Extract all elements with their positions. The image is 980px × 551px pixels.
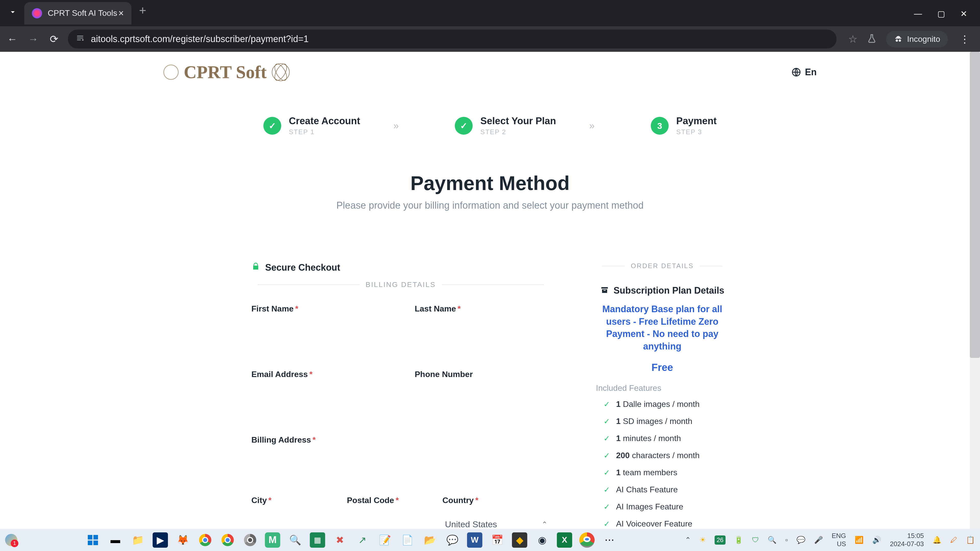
tray-icon[interactable]: 🔋 — [734, 536, 743, 544]
back-button[interactable]: ← — [5, 32, 19, 46]
calendar-icon[interactable]: 📅 — [490, 532, 505, 548]
email-input[interactable] — [251, 382, 387, 405]
taskbar-app-icon[interactable]: ▬ — [108, 532, 123, 548]
site-info-icon[interactable] — [76, 33, 85, 45]
country-select[interactable]: United States ⌃ — [442, 515, 550, 529]
chrome-canary-icon[interactable] — [242, 532, 258, 548]
feature-text: 1 team members — [616, 468, 677, 477]
feature-item: ✓AI Images Feature — [596, 502, 729, 511]
last-name-field: Last Name* — [415, 304, 550, 339]
reload-button[interactable]: ⟳ — [47, 32, 61, 46]
page-subtitle: Please provide your billing information … — [0, 200, 980, 211]
tray-icon[interactable]: ☀ — [700, 536, 706, 544]
word-icon[interactable]: W — [467, 532, 482, 548]
taskbar-app-icon[interactable]: 🦊 — [175, 532, 190, 548]
window-controls: — ▢ ✕ — [914, 9, 980, 19]
step-2: ✓ Select Your Plan STEP 2 » — [455, 116, 595, 136]
taskbar-app-icon[interactable]: ◆ — [512, 532, 527, 548]
tray-icon[interactable]: 📋 — [966, 536, 975, 544]
chrome-active-icon[interactable] — [579, 532, 595, 548]
feature-text: AI Chats Feature — [616, 485, 678, 494]
svg-rect-4 — [88, 540, 92, 545]
taskbar-language[interactable]: ENG US — [832, 532, 846, 548]
bookmark-icon[interactable]: ☆ — [848, 33, 858, 45]
tray-icon[interactable]: ▫ — [785, 536, 788, 544]
scrollbar-thumb[interactable] — [970, 52, 980, 358]
minimize-button[interactable]: — — [914, 9, 922, 19]
taskbar-app-icon[interactable]: ✖ — [332, 532, 348, 548]
wifi-icon[interactable]: 📶 — [855, 536, 864, 544]
email-label: Email Address — [251, 370, 308, 379]
chevron-right-icon: » — [589, 121, 595, 131]
postal-input[interactable] — [347, 508, 430, 529]
lang-line2: US — [832, 540, 846, 548]
chevron-up-icon: ⌃ — [542, 520, 547, 529]
tab-close-button[interactable]: × — [118, 8, 124, 19]
last-name-input[interactable] — [415, 316, 550, 339]
tray-icon[interactable]: 🛡 — [752, 536, 759, 544]
chrome-icon[interactable] — [197, 532, 213, 548]
feature-item: ✓200 characters / month — [596, 451, 729, 460]
step-3-sub: STEP 3 — [676, 128, 717, 136]
taskbar-weather[interactable]: 1 — [5, 534, 18, 546]
billing-details-label: BILLING DETAILS — [366, 281, 436, 289]
taskbar-app-icon[interactable]: ▦ — [310, 532, 325, 548]
close-window-button[interactable]: ✕ — [960, 9, 967, 19]
page-scrollbar[interactable] — [970, 52, 980, 529]
required-mark: * — [295, 304, 298, 313]
language-selector[interactable]: En — [791, 67, 817, 78]
browser-tab[interactable]: CPRT Soft AI Tools × — [24, 2, 131, 24]
tray-icon[interactable]: 💬 — [797, 536, 805, 544]
tray-icon[interactable]: 26 — [714, 535, 725, 545]
city-label: City — [251, 495, 267, 505]
step-3-title: Payment — [676, 116, 717, 127]
address-bar[interactable]: aitools.cprtsoft.com/register/subscriber… — [68, 30, 837, 48]
phone-input[interactable] — [415, 382, 550, 405]
taskbar-app-icon[interactable]: 📄 — [400, 532, 415, 548]
tab-search-button[interactable] — [5, 4, 21, 20]
browser-menu-button[interactable]: ⋮ — [955, 33, 975, 45]
tray-mic-icon[interactable]: 🎤 — [814, 536, 823, 544]
labs-icon[interactable] — [867, 33, 877, 44]
required-mark: * — [458, 304, 461, 313]
excel-icon[interactable]: X — [557, 532, 572, 548]
forward-button[interactable]: → — [26, 32, 40, 46]
secure-checkout-heading: Secure Checkout — [251, 262, 550, 273]
tray-icon[interactable]: 🔍 — [768, 536, 776, 544]
volume-icon[interactable]: 🔊 — [872, 536, 881, 544]
new-tab-button[interactable]: + — [139, 3, 146, 17]
postal-field: Postal Code* — [347, 495, 430, 529]
address-input[interactable] — [251, 447, 550, 470]
plan-name: Mandatory Base plan for all users - Free… — [596, 303, 729, 353]
taskbar-app-icon[interactable]: 📝 — [377, 532, 393, 548]
included-features-label: Included Features — [596, 383, 729, 393]
taskbar-app-icon[interactable]: ↗ — [355, 532, 370, 548]
taskbar-clock[interactable]: 15:05 2024-07-03 — [890, 532, 924, 548]
notifications-icon[interactable]: 🔔 — [932, 536, 942, 544]
file-explorer-icon[interactable]: 📁 — [130, 532, 145, 548]
order-details-divider: ORDER DETAILS — [596, 262, 729, 270]
feature-item: ✓AI Chats Feature — [596, 485, 729, 494]
steam-icon[interactable]: ◉ — [535, 532, 550, 548]
billing-section: Secure Checkout BILLING DETAILS First Na… — [251, 262, 550, 529]
chrome-beta-icon[interactable] — [220, 532, 235, 548]
taskbar-overflow-button[interactable]: ⋯ — [602, 532, 617, 548]
step-1: ✓ Create Account STEP 1 » — [263, 116, 399, 136]
taskbar-app-icon[interactable]: M — [265, 532, 280, 548]
start-button[interactable] — [85, 532, 100, 548]
first-name-input[interactable] — [251, 316, 387, 339]
tray-icon[interactable]: 🖊 — [950, 536, 957, 544]
maximize-button[interactable]: ▢ — [937, 9, 945, 19]
terminal-icon[interactable]: ▶ — [153, 532, 168, 548]
taskbar-app-icon[interactable]: 🔍 — [287, 532, 303, 548]
city-input[interactable] — [251, 508, 334, 529]
logo[interactable]: CPRT Soft — [163, 62, 290, 83]
city-field: City* — [251, 495, 334, 529]
check-icon: ✓ — [604, 468, 610, 477]
chevron-right-icon: » — [393, 121, 399, 131]
order-title: Subscription Plan Details — [614, 285, 724, 296]
incognito-badge[interactable]: Incognito — [886, 31, 948, 48]
taskbar-app-icon[interactable]: 💬 — [445, 532, 460, 548]
tray-chevron-icon[interactable]: ⌃ — [685, 536, 691, 544]
taskbar-app-icon[interactable]: 📂 — [422, 532, 438, 548]
